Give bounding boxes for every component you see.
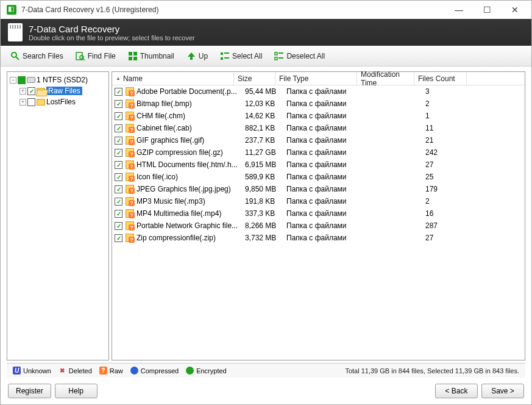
unknown-icon: U [13,367,21,375]
checkbox[interactable] [18,76,26,84]
svg-rect-9 [221,52,223,55]
row-count: 242 [425,148,478,157]
legend-raw: ?Raw [99,367,123,375]
help-button[interactable]: Help [55,384,98,398]
col-mod[interactable]: Modification Time [357,72,414,85]
file-rows[interactable]: Adobe Portable Document(.p...95,44 MBПап… [112,85,525,360]
legend-bar: UUnknown ✖Deleted ?Raw Compressed Encryp… [7,363,525,378]
table-row[interactable]: Portable Network Graphic file...8,266 MB… [112,220,525,232]
deselect-all-button[interactable]: Deselect All [269,48,330,64]
row-name: Bitmap file(.bmp) [137,99,245,108]
save-button[interactable]: Save > [481,384,524,398]
row-name: MP3 Music file(.mp3) [137,197,245,206]
col-type[interactable]: File Type [275,72,357,85]
footer: Register Help < Back Save > [1,378,531,404]
row-checkbox[interactable] [115,222,122,230]
minimize-button[interactable]: — [445,1,473,18]
row-checkbox[interactable] [115,198,122,206]
row-size: 589,9 KB [245,173,286,181]
row-type: Папка с файлами [286,160,368,169]
row-type: Папка с файлами [286,234,368,242]
row-checkbox[interactable] [115,173,122,181]
table-row[interactable]: Cabinet file(.cab)882,1 KBПапка с файлам… [112,122,525,134]
row-type: Папка с файлами [286,209,368,218]
search-files-button[interactable]: Search Files [5,48,68,64]
expand-icon[interactable]: + [20,88,26,95]
row-checkbox[interactable] [115,149,122,157]
row-name: GIF graphics file(.gif) [137,136,245,145]
table-row[interactable]: MP3 Music file(.mp3)191,8 KBПапка с файл… [112,195,525,207]
column-headers: ▲Name Size File Type Modification Time F… [112,72,525,85]
svg-rect-12 [224,57,229,59]
row-count: 287 [425,221,478,230]
raw-folder-icon [126,209,134,218]
table-row[interactable]: Zip compressionfile(.zip)3,732 MBПапка с… [112,232,525,244]
row-size: 9,850 MB [245,185,286,193]
svg-line-1 [16,57,19,60]
table-row[interactable]: MP4 Multimedia file(.mp4)337,3 KBПапка с… [112,207,525,220]
register-button[interactable]: Register [8,384,51,398]
row-type: Папка с файлами [286,173,368,181]
row-type: Папка с файлами [286,124,368,132]
tree-lost-label: LostFiles [46,98,76,106]
header-text: 7-Data Card Recovery Double click on the… [29,24,195,41]
table-row[interactable]: Icon file(.ico)589,9 KBПапка с файлами25 [112,171,525,183]
raw-folder-icon [126,136,134,145]
row-checkbox[interactable] [115,234,122,242]
col-name[interactable]: ▲Name [112,72,234,85]
maximize-button[interactable]: ☐ [473,1,501,18]
row-checkbox[interactable] [115,210,122,218]
table-row[interactable]: HTML Documents file(.htm/.h...6,915 MBПа… [112,159,525,171]
row-checkbox[interactable] [115,100,122,108]
back-button[interactable]: < Back [435,384,478,398]
folder-open-icon [37,88,45,95]
tree-root-label: 1 NTFS (SSD2) [37,76,88,84]
col-count[interactable]: Files Count [414,72,467,85]
sort-asc-icon: ▲ [116,76,121,81]
row-checkbox[interactable] [115,161,122,169]
row-type: Папка с файлами [286,112,368,120]
tree-lost-row[interactable]: + LostFiles [9,96,107,107]
collapse-icon[interactable]: − [10,77,16,84]
folder-tree[interactable]: − 1 NTFS (SSD2) + Raw Files + LostFiles [7,71,109,360]
header-title: 7-Data Card Recovery [29,24,195,34]
row-size: 95,44 MB [245,87,286,96]
raw-folder-icon [126,87,134,96]
table-row[interactable]: Adobe Portable Document(.p...95,44 MBПап… [112,85,525,98]
table-row[interactable]: CHM file(.chm)14,62 KBПапка с файлами1 [112,110,525,122]
checkbox[interactable] [27,87,35,95]
table-row[interactable]: GIF graphics file(.gif)237,7 KBПапка с ф… [112,134,525,146]
table-row[interactable]: Bitmap file(.bmp)12,03 KBПапка с файлами… [112,98,525,110]
row-checkbox[interactable] [115,88,122,96]
row-type: Папка с файлами [286,197,368,206]
row-checkbox[interactable] [115,137,122,145]
table-row[interactable]: GZIP compression file(.gz)11,27 GBПапка … [112,146,525,159]
expand-icon[interactable]: + [20,99,26,106]
row-count: 27 [425,234,478,242]
row-name: CHM file(.chm) [137,112,245,120]
row-checkbox[interactable] [115,112,122,120]
app-header: 7-Data Card Recovery Double click on the… [1,19,531,46]
raw-folder-icon [126,185,134,193]
up-button[interactable]: Up [182,48,213,64]
row-name: HTML Documents file(.htm/.h... [137,160,245,169]
status-text: Total 11,39 GB in 844 files, Selected 11… [345,367,519,375]
find-file-button[interactable]: Find File [71,48,121,64]
svg-rect-16 [278,57,283,59]
svg-line-4 [83,59,85,60]
row-name: Icon file(.ico) [137,173,245,181]
search-icon [10,51,20,61]
select-all-button[interactable]: Select All [215,48,267,64]
thumbnail-button[interactable]: Thumbnail [123,48,179,64]
col-size[interactable]: Size [234,72,275,85]
raw-folder-icon [126,160,134,169]
row-checkbox[interactable] [115,124,122,132]
row-checkbox[interactable] [115,185,122,193]
tree-raw-row[interactable]: + Raw Files [9,85,107,96]
encrypted-icon [186,367,194,375]
table-row[interactable]: JPEG Graphics file(.jpg.jpeg)9,850 MBПап… [112,183,525,195]
tree-root-row[interactable]: − 1 NTFS (SSD2) [9,74,107,85]
checkbox[interactable] [27,98,35,106]
close-button[interactable]: ✕ [501,1,529,18]
raw-folder-icon [126,221,134,230]
